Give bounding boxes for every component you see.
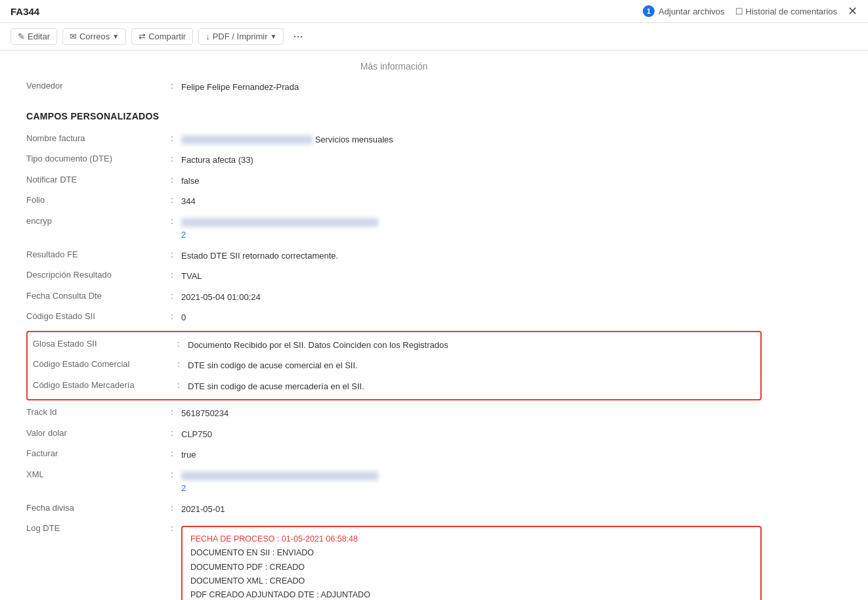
nombre-factura-label: Nombre factura [26, 133, 171, 143]
resultado-fe-value: Estado DTE SII retornado correctamente. [181, 249, 762, 263]
log-line-5: PDF CREADO ADJUNTADO DTE : ADJUNTADO [190, 588, 752, 600]
valor-dolar-row: Valor dolar : CLP750 [26, 424, 762, 445]
codigo-estado-comercial-value: DTE sin codigo de acuse comercial en el … [188, 359, 755, 372]
codigo-estado-mercaderia-value: DTE sin codigo de acuse mercadería en el… [188, 380, 755, 393]
page-title: FA344 [11, 6, 39, 17]
codigo-estado-comercial-row: Código Estado Comercial : DTE sin codigo… [28, 355, 760, 376]
pdf-button[interactable]: ↓ PDF / Imprimir ▼ [198, 28, 284, 45]
vendor-value: Felipe Felipe Fernandez-Prada [181, 81, 762, 94]
codigo-estado-sii-row: Código Estado SII : 0 [26, 307, 762, 328]
codigo-estado-mercaderia-row: Código Estado Mercadería : DTE sin codig… [28, 376, 760, 397]
xml-link[interactable]: 2 [181, 483, 186, 493]
notificar-dte-label: Notificar DTE [26, 175, 171, 184]
fecha-consulta-dte-row: Fecha Consulta Dte : 2021-05-04 01:00:24 [26, 287, 762, 308]
share-icon: ⇄ [139, 32, 146, 41]
edit-button[interactable]: ✎ Editar [11, 28, 57, 45]
descripcion-resultado-value: TVAL [181, 270, 762, 283]
notificar-dte-value: false [181, 175, 762, 188]
log-line-1: FECHA DE PROCESO : 01-05-2021 06:58:48 [190, 532, 752, 546]
chevron-down-icon: ▼ [112, 33, 119, 40]
glosa-estado-sii-label: Glosa Estado SII [33, 339, 177, 349]
correos-button[interactable]: ✉ Correos ▼ [62, 28, 126, 45]
xml-label: XML [26, 469, 171, 479]
resultado-fe-label: Resultado FE [26, 249, 171, 259]
xml-blurred [181, 471, 378, 481]
valor-dolar-label: Valor dolar [26, 428, 171, 438]
encryp-row: encryp : 2 [26, 212, 762, 246]
descripcion-resultado-row: Descripción Resultado : TVAL [26, 266, 762, 287]
correos-label: Correos [79, 32, 110, 41]
log-dte-label: Log DTE [26, 523, 171, 533]
encryp-label: encryp [26, 216, 171, 226]
nombre-factura-text: Servicios mensuales [315, 135, 393, 144]
edit-icon: ✎ [18, 32, 25, 41]
log-dte-box: FECHA DE PROCESO : 01-05-2021 06:58:48 D… [181, 526, 762, 600]
notification-badge: 1 [643, 5, 655, 17]
attach-files-label: Adjuntar archivos [659, 7, 724, 16]
facturar-label: Facturar [26, 448, 171, 458]
tipo-documento-label: Tipo documento (DTE) [26, 154, 171, 163]
tipo-documento-value: Factura afecta (33) [181, 154, 762, 167]
log-line-3: DOCUMENTO PDF : CREADO [190, 561, 752, 574]
xml-value: 2 [181, 469, 762, 495]
codigo-estado-mercaderia-label: Código Estado Mercadería [33, 380, 177, 390]
correos-icon: ✉ [70, 32, 77, 41]
close-button[interactable]: ✕ [848, 4, 857, 18]
glosa-estado-sii-value: Documento Recibido por el SII. Datos Coi… [188, 339, 755, 352]
highlight-box-estado: Glosa Estado SII : Documento Recibido po… [26, 331, 762, 401]
codigo-estado-comercial-label: Código Estado Comercial [33, 359, 177, 369]
facturar-row: Facturar : true [26, 444, 762, 465]
glosa-estado-sii-row: Glosa Estado SII : Documento Recibido po… [28, 335, 760, 356]
encryp-value: 2 [181, 216, 762, 242]
pdf-label: PDF / Imprimir [213, 32, 268, 41]
track-id-value: 5618750234 [181, 407, 762, 420]
chevron-down-icon-pdf: ▼ [270, 33, 276, 40]
track-id-row: Track Id : 5618750234 [26, 403, 762, 424]
track-id-label: Track Id [26, 407, 171, 417]
compartir-label: Compartir [148, 32, 186, 41]
section-title-partial: Más información [26, 51, 762, 77]
folio-value: 344 [181, 195, 762, 208]
history-label: Historial de comentarios [746, 7, 837, 16]
compartir-button[interactable]: ⇄ Compartir [131, 28, 193, 45]
encryp-link[interactable]: 2 [181, 230, 186, 240]
history-link[interactable]: ☐ Historial de comentarios [735, 7, 837, 16]
log-dte-row: Log DTE : FECHA DE PROCESO : 01-05-2021 … [26, 519, 762, 600]
descripcion-resultado-label: Descripción Resultado [26, 270, 171, 280]
nombre-factura-row: Nombre factura : Servicios mensuales [26, 129, 762, 150]
pdf-icon: ↓ [206, 32, 210, 41]
log-dte-value: FECHA DE PROCESO : 01-05-2021 06:58:48 D… [181, 523, 762, 600]
fecha-consulta-dte-label: Fecha Consulta Dte [26, 291, 171, 301]
fecha-divisa-value: 2021-05-01 [181, 503, 762, 516]
history-icon: ☐ [735, 7, 743, 16]
attach-files-link[interactable]: 1 Adjuntar archivos [643, 5, 724, 17]
valor-dolar-value: CLP750 [181, 428, 762, 441]
edit-label: Editar [28, 32, 50, 41]
encryp-blurred [181, 218, 378, 227]
codigo-estado-sii-label: Código Estado SII [26, 311, 171, 321]
blurred-prefix [181, 135, 313, 144]
folio-label: Folio [26, 195, 171, 205]
tipo-documento-row: Tipo documento (DTE) : Factura afecta (3… [26, 150, 762, 171]
title-bar: FA344 1 Adjuntar archivos ☐ Historial de… [0, 0, 868, 23]
codigo-estado-sii-value: 0 [181, 311, 762, 324]
log-line-4: DOCUMENTO XML : CREADO [190, 574, 752, 588]
vendor-colon: : [171, 81, 181, 91]
content-area: Más información Vendedor : Felipe Felipe… [0, 51, 788, 600]
campos-personalizados-heading: CAMPOS PERSONALIZADOS [26, 111, 762, 121]
notificar-dte-row: Notificar DTE : false [26, 171, 762, 192]
folio-row: Folio : 344 [26, 191, 762, 212]
fecha-divisa-label: Fecha divisa [26, 503, 171, 513]
resultado-fe-row: Resultado FE : Estado DTE SII retornado … [26, 246, 762, 267]
toolbar: ✎ Editar ✉ Correos ▼ ⇄ Compartir ↓ PDF /… [0, 23, 868, 51]
facturar-value: true [181, 448, 762, 461]
fecha-divisa-row: Fecha divisa : 2021-05-01 [26, 499, 762, 520]
vendor-label: Vendedor [26, 81, 171, 91]
log-line-2: DOCUMENTO EN SII : ENVIADO [190, 546, 752, 560]
vendor-row: Vendedor : Felipe Felipe Fernandez-Prada [26, 77, 762, 98]
xml-row: XML : 2 [26, 465, 762, 499]
more-options-button[interactable]: ··· [289, 27, 307, 46]
nombre-factura-value: Servicios mensuales [181, 133, 762, 146]
title-bar-actions: 1 Adjuntar archivos ☐ Historial de comen… [643, 4, 857, 18]
fecha-consulta-dte-value: 2021-05-04 01:00:24 [181, 291, 762, 304]
